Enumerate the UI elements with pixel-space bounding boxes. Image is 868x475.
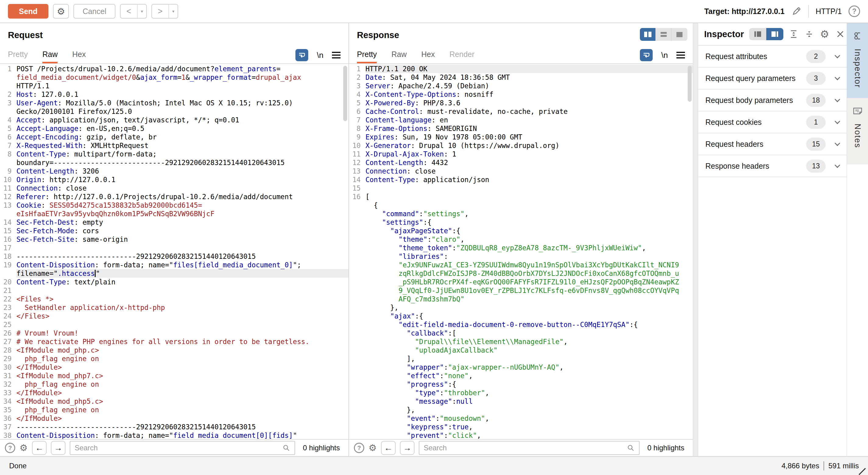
editor-line[interactable]: "libraries":	[349, 252, 693, 261]
response-tab-raw[interactable]: Raw	[391, 47, 407, 63]
editor-line[interactable]: 25	[0, 320, 348, 329]
panel-splitter[interactable]	[693, 23, 698, 456]
editor-line[interactable]: 4Accept: application/json, text/javascri…	[0, 116, 348, 124]
editor-line[interactable]: 3Server: Apache/2.4.59 (Debian)	[349, 82, 693, 90]
editor-line[interactable]: 24</Files>	[0, 312, 348, 320]
search-next-button[interactable]: →	[51, 441, 65, 455]
collapse-all-button[interactable]	[804, 29, 814, 39]
editor-line[interactable]: "progress":{	[349, 380, 693, 388]
editor-line[interactable]: AFQ_c7md3shm7bQ"	[349, 295, 693, 303]
forward-chevron-icon[interactable]: >	[152, 5, 168, 18]
layout-columns-button[interactable]	[640, 28, 656, 41]
editor-line[interactable]: 7Content-language: en	[349, 116, 693, 124]
search-help-icon[interactable]: ?	[5, 443, 15, 453]
editor-line[interactable]: "theme_token":"ZQDBULqR8_eypZ8eA78_8azcT…	[349, 244, 693, 252]
editor-line[interactable]: 12Referer: http://127.0.0.1/Projects/dru…	[0, 192, 348, 201]
editor-line[interactable]: 9Content-Length: 3206	[0, 167, 348, 176]
editor-line[interactable]: "ajax":{	[349, 312, 693, 320]
editor-line[interactable]: 15	[349, 184, 693, 192]
editor-line[interactable]: 26# Vroum! Vroum!	[0, 329, 348, 337]
editor-line[interactable]: 6Accept-Encoding: gzip, deflate, br	[0, 133, 348, 141]
section-request-headers[interactable]: Request headers 15	[698, 133, 847, 155]
editor-line[interactable]: field_media_document/widget/0&ajax_form=…	[0, 73, 348, 82]
editor-line[interactable]: "command":"settings",	[349, 210, 693, 218]
layout-rows-button[interactable]	[656, 28, 672, 41]
editor-line[interactable]: 31<IfModule mod_php7.c>	[0, 372, 348, 380]
response-tab-render[interactable]: Render	[450, 47, 474, 63]
http-version-selector[interactable]: HTTP/1	[816, 7, 842, 16]
section-response-headers[interactable]: Response headers 13	[698, 155, 847, 177]
editor-line[interactable]: {	[349, 201, 693, 210]
section-request-attributes[interactable]: Request attributes 2	[698, 46, 847, 68]
dock-right-icon[interactable]	[766, 28, 783, 40]
editor-line[interactable]: 36</IfModule>	[0, 414, 348, 423]
editor-line[interactable]: "uploadAjaxCallback"	[349, 346, 693, 354]
response-tab-hex[interactable]: Hex	[421, 47, 435, 63]
request-scrollbar[interactable]	[343, 66, 347, 121]
dock-left-icon[interactable]	[749, 28, 766, 40]
editor-line[interactable]: },	[349, 303, 693, 312]
request-tab-raw[interactable]: Raw	[42, 47, 58, 63]
editor-line[interactable]: "event":"mousedown",	[349, 414, 693, 423]
request-tab-hex[interactable]: Hex	[72, 47, 86, 63]
editor-line[interactable]: "edit-field-media-document-0-remove-butt…	[349, 320, 693, 329]
forward-dropdown-caret-icon[interactable]: ▾	[168, 5, 178, 18]
editor-line[interactable]: "settings":{	[349, 218, 693, 226]
editor-line[interactable]: },	[349, 406, 693, 414]
editor-line[interactable]: "effect":"none",	[349, 372, 693, 380]
editor-line[interactable]: 5Accept-Language: en-US,en;q=0.5	[0, 124, 348, 133]
inspector-settings-gear-icon[interactable]: ⚙	[819, 29, 830, 39]
editor-line[interactable]: 22<Files *>	[0, 295, 348, 303]
section-request-body-parameters[interactable]: Request body parameters 18	[698, 90, 847, 112]
editor-line[interactable]: "callback":[	[349, 329, 693, 337]
editor-line[interactable]: 28<IfModule mod_php.c>	[0, 346, 348, 354]
editor-line[interactable]: 3User-Agent: Mozilla/5.0 (Macintosh; Int…	[0, 99, 348, 107]
editor-line[interactable]: 29 php_flag engine on	[0, 354, 348, 363]
chevron-down-icon[interactable]	[835, 97, 840, 102]
response-search-input[interactable]: Search	[419, 441, 640, 455]
editor-line[interactable]: 35 php_flag engine on	[0, 406, 348, 414]
editor-line[interactable]: 19Content-Disposition: form-data; name="…	[0, 261, 348, 269]
editor-line[interactable]: 10Origin: http://127.0.0.1	[0, 176, 348, 184]
editor-line[interactable]: _pS9HLbR7ROcrPX4f-eqKGrOQ00FAFYFsR7IFZL9…	[349, 278, 693, 286]
inspector-close-button[interactable]	[835, 29, 845, 39]
editor-line[interactable]: 16Sec-Fetch-Site: same-origin	[0, 235, 348, 244]
editor-line[interactable]: 6Cache-Control: must-revalidate, no-cach…	[349, 107, 693, 116]
chevron-down-icon[interactable]	[835, 53, 840, 58]
search-prev-button[interactable]: ←	[381, 441, 396, 455]
editor-line[interactable]: 27# We reactivate PHP engines for all ve…	[0, 337, 348, 346]
editor-line[interactable]: 12Content-Length: 4432	[349, 158, 693, 167]
editor-line[interactable]: ],	[349, 354, 693, 363]
request-editor[interactable]: 1POST /Projects/drupal-10.2.6/media/add/…	[0, 64, 348, 439]
show-newlines-toggle[interactable]: \n	[317, 51, 323, 60]
window-resize-grip[interactable]	[859, 468, 866, 475]
chevron-down-icon[interactable]	[835, 119, 840, 124]
editor-line[interactable]: 18-----------------------------292129206…	[0, 252, 348, 261]
editor-line[interactable]: 1HTTP/1.1 200 OK	[349, 65, 693, 73]
editor-menu-icon[interactable]	[332, 55, 341, 56]
help-icon[interactable]: ?	[848, 5, 860, 17]
editor-line[interactable]: 9Expires: Sun, 19 Nov 1978 05:00:00 GMT	[349, 133, 693, 141]
editor-line[interactable]: "prevent":"click",	[349, 431, 693, 439]
search-settings-gear-icon[interactable]: ⚙	[20, 443, 28, 452]
editor-line[interactable]: 1POST /Projects/drupal-10.2.6/media/add/…	[0, 65, 348, 73]
editor-line[interactable]: 20Content-Type: text/plain	[0, 278, 348, 286]
search-settings-gear-icon[interactable]: ⚙	[369, 443, 377, 452]
editor-line[interactable]: Gecko/20100101 Firefox/125.0	[0, 107, 348, 116]
editor-line[interactable]: 13Cookie: SESS05d4275ca1538832b5ab92000b…	[0, 201, 348, 210]
chevron-down-icon[interactable]	[835, 140, 840, 146]
editor-line[interactable]: 2Host: 127.0.0.1	[0, 90, 348, 99]
editor-line[interactable]: 4X-Content-Type-Options: nosniff	[349, 90, 693, 99]
editor-line[interactable]: "theme":"claro",	[349, 235, 693, 244]
rail-tab-inspector[interactable]: Inspector	[847, 23, 868, 98]
editor-line[interactable]: 23 SetHandler application/x-httpd-php	[0, 303, 348, 312]
editor-line[interactable]: HTTP/1.1	[0, 82, 348, 90]
editor-line[interactable]: 2Date: Sat, 04 May 2024 18:36:58 GMT	[349, 73, 693, 82]
editor-line[interactable]: boundary=---------------------------2921…	[0, 158, 348, 167]
send-button[interactable]: Send	[8, 4, 49, 19]
editor-line[interactable]: 34<IfModule mod_php5.c>	[0, 397, 348, 406]
editor-line[interactable]: 11Connection: close	[0, 184, 348, 192]
search-help-icon[interactable]: ?	[354, 443, 364, 453]
back-chevron-icon[interactable]: <	[121, 5, 137, 18]
editor-line[interactable]: 13Connection: close	[349, 167, 693, 176]
